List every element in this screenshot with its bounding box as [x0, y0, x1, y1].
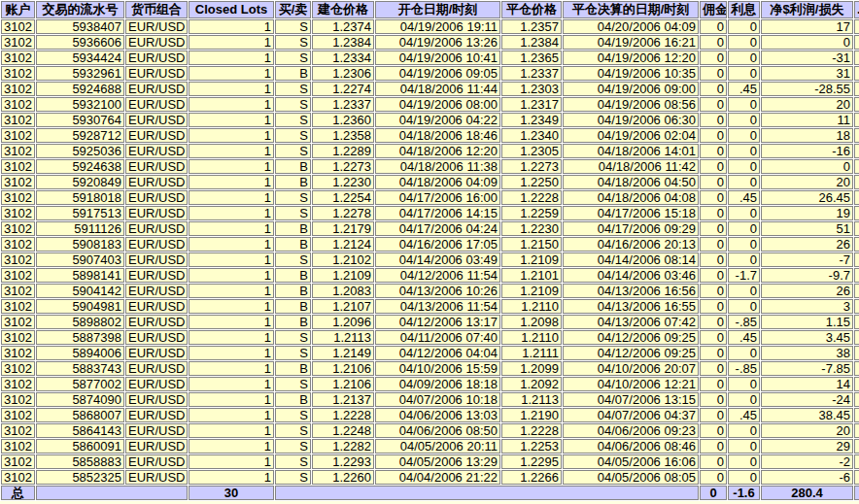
cell-interest: .45 [728, 408, 760, 422]
cell-lots: 1 [189, 252, 274, 267]
cell-side: B [275, 392, 311, 407]
cell-close_time: 04/19/2006 09:00 [563, 82, 699, 96]
cell-close_price: 1.2101 [501, 268, 562, 283]
cell-ticket: 5920849 [36, 175, 124, 189]
cell-open_price: 1.2109 [312, 268, 374, 283]
cell-account: 3102 [1, 315, 35, 329]
table-row: 31025868007EUR/USD1S1.222804/06/2006 13:… [1, 408, 859, 422]
cell-side: B [275, 315, 311, 329]
total-spacer-left [36, 486, 188, 500]
cell-commission: 0 [700, 346, 727, 360]
cell-account: 3102 [1, 284, 35, 298]
total-spacer-mid [275, 486, 699, 500]
cell-close_price: 1.2111 [501, 346, 562, 360]
cell-close_price: 1.2230 [501, 221, 562, 236]
cell-open_price: 1.2337 [312, 97, 374, 112]
cell-ticket: 5904981 [36, 299, 124, 314]
cell-open_time: 04/14/2006 03:49 [375, 252, 500, 267]
cell-clipped [854, 128, 859, 143]
cell-commission: 0 [700, 175, 727, 189]
cell-close_price: 1.2337 [501, 66, 562, 81]
cell-close_time: 04/18/2006 14:01 [563, 144, 699, 158]
cell-open_time: 04/18/2006 04:09 [375, 175, 500, 189]
cell-open_time: 04/07/2006 10:18 [375, 392, 500, 407]
cell-clipped [854, 35, 859, 50]
cell-ticket: 5925036 [36, 144, 124, 158]
cell-side: S [275, 144, 311, 158]
cell-lots: 1 [189, 97, 274, 112]
cell-side: S [275, 128, 311, 143]
cell-commission: 0 [700, 392, 727, 407]
cell-profit: 31 [761, 66, 853, 81]
cell-close_price: 1.2349 [501, 113, 562, 127]
table-row: 31025908183EUR/USD1B1.212404/16/2006 17:… [1, 237, 859, 252]
table-row: 31025864143EUR/USD1S1.224804/06/2006 08:… [1, 423, 859, 438]
cell-open_price: 1.2106 [312, 377, 374, 391]
cell-account: 3102 [1, 35, 35, 50]
cell-clipped [854, 454, 859, 469]
cell-side: B [275, 159, 311, 174]
cell-account: 3102 [1, 268, 35, 283]
cell-profit: 3 [761, 299, 853, 314]
cell-open_price: 1.2179 [312, 221, 374, 236]
cell-pair: EUR/USD [125, 128, 188, 143]
cell-profit: 17 [761, 19, 853, 34]
cell-pair: EUR/USD [125, 190, 188, 205]
table-row: 31025932961EUR/USD1B1.230604/19/2006 09:… [1, 66, 859, 81]
cell-clipped [854, 252, 859, 267]
cell-close_time: 04/20/2006 04:09 [563, 19, 699, 34]
cell-ticket: 5904142 [36, 284, 124, 298]
cell-profit: -7.85 [761, 361, 853, 376]
cell-clipped [854, 408, 859, 422]
cell-account: 3102 [1, 144, 35, 158]
cell-lots: 1 [189, 237, 274, 252]
cell-lots: 1 [189, 454, 274, 469]
cell-close_time: 04/05/2006 08:05 [563, 470, 699, 485]
cell-open_time: 04/19/2006 13:26 [375, 35, 500, 50]
cell-interest: 0 [728, 35, 760, 50]
cell-commission: 0 [700, 66, 727, 81]
cell-account: 3102 [1, 423, 35, 438]
header-row: 账户 交易的流水号 货币组合 Closed Lots 买/卖 建仓价格 开仓日期… [1, 1, 859, 18]
cell-commission: 0 [700, 284, 727, 298]
cell-close_price: 1.2253 [501, 439, 562, 454]
cell-clipped [854, 284, 859, 298]
table-row: 31025924638EUR/USD1B1.227304/18/2006 11:… [1, 159, 859, 174]
cell-close_price: 1.2228 [501, 190, 562, 205]
cell-lots: 1 [189, 50, 274, 65]
cell-profit: 19 [761, 206, 853, 220]
cell-clipped [854, 237, 859, 252]
total-profit: 280.4 [761, 486, 853, 500]
cell-profit: 26.45 [761, 190, 853, 205]
cell-close_price: 1.2250 [501, 175, 562, 189]
cell-close_price: 1.2303 [501, 82, 562, 96]
cell-profit: 18 [761, 128, 853, 143]
cell-open_price: 1.2113 [312, 330, 374, 345]
cell-pair: EUR/USD [125, 237, 188, 252]
cell-open_price: 1.2124 [312, 237, 374, 252]
cell-profit: -2 [761, 454, 853, 469]
cell-lots: 1 [189, 206, 274, 220]
cell-account: 3102 [1, 19, 35, 34]
cell-lots: 1 [189, 35, 274, 50]
cell-commission: 0 [700, 82, 727, 96]
cell-pair: EUR/USD [125, 361, 188, 376]
cell-side: S [275, 97, 311, 112]
cell-open_time: 04/19/2006 10:41 [375, 50, 500, 65]
cell-pair: EUR/USD [125, 113, 188, 127]
cell-interest: 0 [728, 284, 760, 298]
table-row: 31025907403EUR/USD1S1.210204/14/2006 03:… [1, 252, 859, 267]
cell-close_price: 1.2295 [501, 454, 562, 469]
cell-pair: EUR/USD [125, 315, 188, 329]
cell-commission: 0 [700, 454, 727, 469]
cell-open_time: 04/06/2006 13:03 [375, 408, 500, 422]
cell-ticket: 5868007 [36, 408, 124, 422]
cell-interest: 0 [728, 97, 760, 112]
cell-clipped [854, 392, 859, 407]
cell-clipped [854, 97, 859, 112]
cell-close_time: 04/05/2006 16:06 [563, 454, 699, 469]
header-cell-ticket: 交易的流水号 [36, 1, 124, 18]
cell-close_time: 04/10/2006 20:07 [563, 361, 699, 376]
cell-commission: 0 [700, 97, 727, 112]
table-row: 31025894006EUR/USD1S1.214904/12/2006 04:… [1, 346, 859, 360]
